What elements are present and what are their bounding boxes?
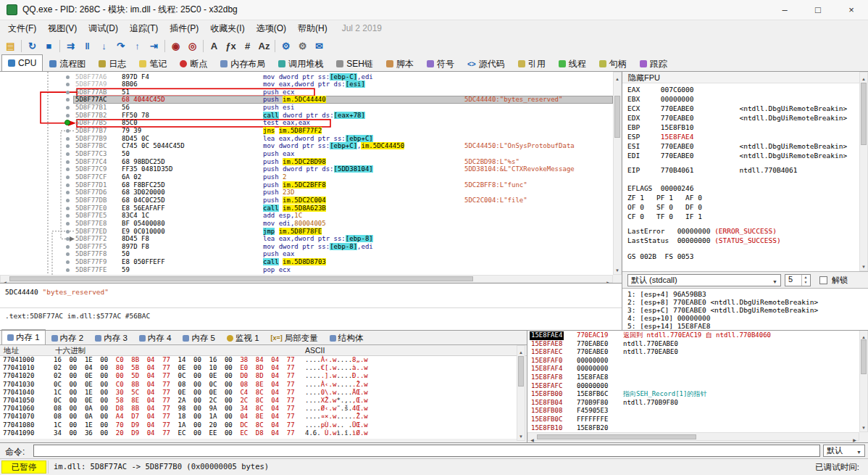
dump-tab-watch-1[interactable]: 监视 1: [221, 331, 265, 344]
scroll-down-icon[interactable]: [614, 264, 621, 274]
disasm-row[interactable]: 5D8F77B2FF50 78call dword ptr ds:[eax+78…: [0, 112, 613, 120]
splitter[interactable]: [622, 72, 622, 330]
row-dot-icon[interactable]: [66, 268, 70, 272]
unlock-checkbox[interactable]: [819, 276, 827, 284]
dump-row[interactable]: 7704102002000E00005D04770C000E00D08D0477…: [0, 372, 517, 380]
scroll-up-icon[interactable]: [860, 73, 867, 83]
disasm-row[interactable]: 5D8F77D668 3D020000push 23D: [0, 189, 613, 197]
step-over-icon[interactable]: ↷: [112, 38, 129, 54]
memory-dump-pane[interactable]: 7704100016001E00C08B04771400160038840477…: [0, 356, 517, 439]
tab-graph[interactable]: 流程图: [43, 56, 92, 71]
disasm-vscrollbar[interactable]: [613, 72, 622, 275]
tab-memory-map[interactable]: 内存布局: [214, 56, 272, 71]
register-row[interactable]: EBP 15E8FB10: [627, 123, 694, 131]
arg-count-stepper[interactable]: 5: [785, 274, 811, 286]
close-button[interactable]: ×: [835, 0, 868, 20]
scroll-down-icon[interactable]: [860, 421, 867, 431]
register-row[interactable]: GS 002B FS 0053: [627, 252, 694, 260]
patches-icon[interactable]: #: [239, 38, 256, 54]
dump-tab-memory-5[interactable]: 内存 5: [177, 331, 221, 344]
minimize-button[interactable]: –: [768, 0, 801, 20]
disasm-row[interactable]: 5D8F77AB51push ecx: [0, 88, 613, 96]
menu-trace[interactable]: 追踪(T): [124, 21, 164, 36]
disasm-row[interactable]: 5D8F77C350push eax: [0, 150, 613, 158]
scroll-thumb[interactable]: [861, 339, 867, 374]
trace-over-icon[interactable]: ◎: [184, 38, 201, 54]
tab-call-stack[interactable]: 调用堆栈: [272, 56, 330, 71]
dump-row[interactable]: 7704101002000400805B04770E001000E08D0477…: [0, 364, 517, 372]
row-dot-icon[interactable]: [66, 175, 70, 179]
tab-threads[interactable]: 线程: [552, 56, 593, 71]
register-row[interactable]: EBX 00000000: [627, 95, 694, 103]
disasm-row[interactable]: 5D8F77B156push esi: [0, 104, 613, 112]
disasm-row[interactable]: 5D8F77BCC745 0C 5044C45Dmov dword ptr ss…: [0, 142, 613, 150]
register-row[interactable]: EAX 007C6000: [627, 86, 694, 94]
tab-cpu[interactable]: CPU: [1, 54, 43, 71]
argument-row[interactable]: 2: [esp+8] 770EABE0 <ntdll.DbgUiRemoteBr…: [627, 298, 818, 306]
register-row[interactable]: ZF 1 PF 1 AF 0: [627, 194, 702, 202]
tab-references[interactable]: 引用: [512, 56, 552, 71]
row-dot-icon[interactable]: [66, 207, 70, 210]
splitter[interactable]: [0, 330, 868, 331]
tab-log[interactable]: 日志: [92, 56, 133, 71]
registers-vscrollbar[interactable]: [859, 72, 868, 271]
tab-handles[interactable]: 句柄: [593, 56, 633, 71]
argument-row[interactable]: 3: [esp+C] 770EABE0 <ntdll.DbgUiRemoteBr…: [627, 306, 818, 314]
row-dot-icon[interactable]: [66, 152, 70, 156]
argument-row[interactable]: 5: [esp+14] 15E8FAE8: [627, 322, 710, 330]
chat-icon[interactable]: ✉: [311, 38, 327, 54]
functions-icon[interactable]: ƒx: [222, 38, 239, 54]
menu-options[interactable]: 选项(O): [251, 21, 292, 36]
run-icon[interactable]: ⇉: [62, 38, 79, 54]
menu-help[interactable]: 帮助(H): [292, 21, 333, 36]
register-row[interactable]: ESP 15E8FAE4: [627, 133, 694, 141]
command-input[interactable]: [33, 445, 820, 457]
command-profile-dropdown[interactable]: 默认: [823, 445, 865, 457]
tab-script[interactable]: 脚本: [380, 56, 420, 71]
menu-file[interactable]: 文件(F): [2, 21, 42, 36]
stack-vscrollbar[interactable]: [859, 330, 868, 432]
scroll-down-icon[interactable]: [517, 430, 525, 440]
disasm-row[interactable]: 5D8F77FE59pop ecx: [0, 266, 613, 274]
disasm-row[interactable]: 5D8F77B779 39jns im.5D8F77F2: [0, 127, 613, 135]
scroll-thumb[interactable]: [614, 96, 620, 138]
dump-tab-struct[interactable]: 结构体: [324, 331, 370, 344]
step-into-icon[interactable]: ↓: [96, 38, 112, 54]
dump-row[interactable]: 770410300C000E00C08B047708000C00088E0477…: [0, 381, 517, 389]
dump-row[interactable]: 770410801C001E0070D904771A002000DC8C0477…: [0, 421, 517, 429]
assemble-icon[interactable]: A: [206, 38, 222, 54]
settings-icon[interactable]: ⚙: [277, 38, 294, 54]
run-to-user-code-icon[interactable]: ⇥: [146, 38, 162, 54]
scroll-thumb[interactable]: [518, 356, 524, 387]
disasm-row[interactable]: 5D8F77CF6A 02push 2: [0, 173, 613, 181]
scroll-thumb[interactable]: [9, 276, 473, 281]
disasm-row[interactable]: 5D8F77E8BF 05400080mov edi,80004005: [0, 220, 613, 228]
disasm-row[interactable]: 5D8F77AC68 4044C45Dpush im.5DC444405DC44…: [0, 96, 613, 104]
open-file-icon[interactable]: ▤: [2, 38, 19, 54]
row-dot-icon[interactable]: [66, 183, 70, 187]
register-row[interactable]: OF 0 SF 0 DF 0: [627, 203, 702, 211]
tab-source[interactable]: <>源代码: [461, 56, 512, 71]
scroll-down-icon[interactable]: [860, 260, 867, 270]
dump-tab-memory-1[interactable]: 内存 1: [1, 329, 46, 344]
row-dot-icon[interactable]: [66, 91, 70, 94]
disasm-row[interactable]: 5D8F77DB68 04C0C25Dpush im.5DC2C0045DC2C…: [0, 197, 613, 205]
stepper-arrows[interactable]: [801, 275, 809, 286]
row-dot-icon[interactable]: [66, 160, 70, 164]
dump-row[interactable]: 770410903400360020D90477EC00EE00ECD80477…: [0, 429, 517, 437]
disasm-row[interactable]: 5D8F77EDE9 0C010000jmp im.5D8F78FE: [0, 228, 613, 236]
stack-pane[interactable]: 15E8FAE4770EAC19返回到 ntdll.770EAC19 自 ntd…: [527, 330, 859, 432]
dump-row[interactable]: 7704107008000A00A4D7047718001A00048E0477…: [0, 413, 517, 421]
scroll-up-icon[interactable]: [517, 346, 525, 356]
tab-symbols[interactable]: 符号: [420, 56, 461, 71]
disasm-row[interactable]: 5D8F77B98D45 0Clea eax,dword ptr ss:[ebp…: [0, 135, 613, 143]
row-dot-icon[interactable]: [66, 137, 70, 141]
row-dot-icon[interactable]: [66, 222, 70, 226]
menu-favourites[interactable]: 收藏夹(I): [204, 21, 250, 36]
trace-into-icon[interactable]: ◉: [167, 38, 184, 54]
register-row[interactable]: EDX 770EABE0 <ntdll.DbgUiRemoteBreakin>: [627, 114, 847, 122]
stepper-up-icon[interactable]: [802, 275, 809, 280]
disasm-row[interactable]: 5D8F77A98B06mov eax,dword ptr ds:[esi]: [0, 80, 613, 88]
disasm-row[interactable]: 5D8F77B585C0test eax,eax: [0, 119, 613, 127]
register-row[interactable]: LastError 00000000 (ERROR_SUCCESS): [627, 227, 777, 235]
